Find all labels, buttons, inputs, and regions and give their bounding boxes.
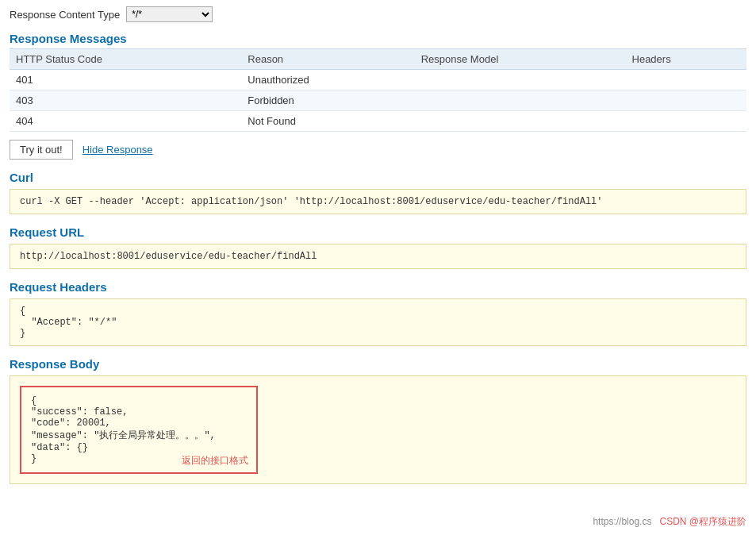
table-row: 403Forbidden (10, 90, 746, 111)
response-content-type-label: Response Content Type (10, 9, 120, 21)
cell-model (415, 111, 626, 132)
response-body-section: Response Body { "success": false, "code"… (10, 357, 746, 484)
json-line-5: "data": {} (31, 442, 247, 453)
col-header-reason: Reason (241, 49, 414, 70)
json-line-4: "message": "执行全局异常处理。。。", (31, 429, 247, 442)
response-messages-title: Response Messages (10, 32, 746, 45)
cell-headers (626, 90, 746, 111)
cell-code: 401 (10, 70, 241, 90)
response-content-type-select[interactable]: */*application/json (126, 6, 213, 22)
cell-reason: Forbidden (241, 90, 414, 111)
json-line-2: "success": false, (31, 406, 247, 418)
curl-section: Curl curl -X GET --header 'Accept: appli… (10, 171, 746, 214)
hide-response-button[interactable]: Hide Response (83, 144, 153, 156)
cell-headers (626, 70, 746, 90)
request-headers-section: Request Headers { "Accept": "*/*" } (10, 280, 746, 346)
request-url-title: Request URL (10, 225, 746, 239)
response-body-container: { "success": false, "code": 20001, "mess… (10, 375, 746, 484)
cell-headers (626, 111, 746, 132)
cell-model (415, 90, 626, 111)
table-row: 401Unauthorized (10, 70, 746, 90)
response-body-inner: { "success": false, "code": 20001, "mess… (20, 386, 258, 474)
col-header-status: HTTP Status Code (10, 49, 241, 70)
curl-value: curl -X GET --header 'Accept: applicatio… (10, 189, 746, 214)
request-headers-value: { "Accept": "*/*" } (10, 298, 746, 346)
request-url-value: http://localhost:8001/eduservice/edu-tea… (10, 244, 746, 269)
actions-row: Try it out! Hide Response (10, 140, 746, 160)
response-messages-table: HTTP Status Code Reason Response Model H… (10, 48, 746, 132)
col-header-headers: Headers (626, 49, 746, 70)
response-body-title: Response Body (10, 357, 746, 371)
request-url-section: Request URL http://localhost:8001/eduser… (10, 225, 746, 269)
cell-code: 403 (10, 90, 241, 111)
request-headers-title: Request Headers (10, 280, 746, 294)
json-line-3: "code": 20001, (31, 418, 247, 429)
cell-code: 404 (10, 111, 241, 132)
cell-reason: Unauthorized (241, 70, 414, 90)
response-content-type-row: Response Content Type */*application/jso… (10, 6, 746, 22)
cell-model (415, 70, 626, 90)
cell-reason: Not Found (241, 111, 414, 132)
col-header-model: Response Model (415, 49, 626, 70)
response-messages-section: Response Messages HTTP Status Code Reaso… (10, 32, 746, 132)
json-line-1: { (31, 395, 247, 406)
curl-title: Curl (10, 171, 746, 184)
table-row: 404Not Found (10, 111, 746, 132)
return-label: 返回的接口格式 (182, 454, 248, 468)
try-it-button[interactable]: Try it out! (10, 140, 73, 160)
